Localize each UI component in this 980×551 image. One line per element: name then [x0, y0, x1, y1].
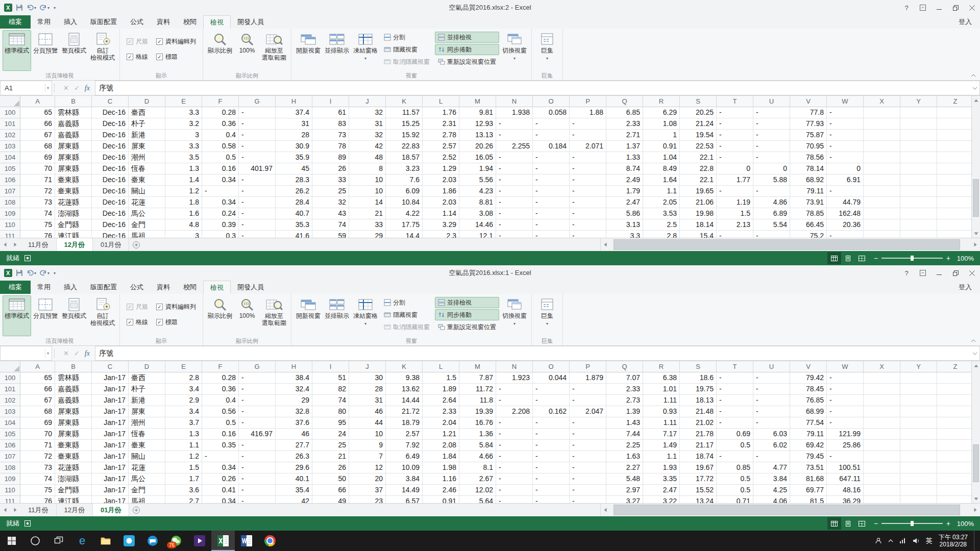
cell-C110[interactable]: Jan-17	[92, 485, 129, 496]
row-header-100[interactable]: 100	[0, 372, 20, 384]
cell-Y102[interactable]	[900, 395, 937, 406]
cell-O103[interactable]: 0.184	[533, 141, 570, 152]
ribbon-tab-home[interactable]: 常用	[31, 15, 57, 29]
undo-button[interactable]: ▾	[27, 270, 36, 276]
cell-K102[interactable]: 15.92	[386, 130, 423, 141]
cell-W102[interactable]: -	[827, 130, 864, 141]
cell-C102[interactable]: Jan-17	[92, 395, 129, 406]
horizontal-scrollbar[interactable]	[600, 238, 980, 251]
row-header-101[interactable]: 101	[0, 118, 20, 130]
cell-T100[interactable]: -	[717, 372, 753, 384]
column-header-N[interactable]: N	[496, 96, 533, 107]
scroll-right-icon[interactable]	[971, 238, 980, 251]
cell-N111[interactable]: -	[496, 496, 533, 503]
cell-E100[interactable]: 2.8	[165, 372, 202, 384]
column-header-H[interactable]: H	[276, 96, 312, 107]
cell-C105[interactable]: Dec-16	[92, 163, 129, 174]
cell-G109[interactable]: -	[239, 208, 276, 219]
page-break-shortcut[interactable]	[855, 252, 869, 264]
column-header-P[interactable]: P	[570, 361, 606, 372]
cell-M109[interactable]: 2.67	[459, 473, 496, 485]
cell-F102[interactable]: 0.4	[202, 395, 239, 406]
column-header-Q[interactable]: Q	[606, 96, 643, 107]
cell-Z110[interactable]	[937, 219, 971, 231]
cell-H110[interactable]: 35.4	[276, 485, 312, 496]
cell-L105[interactable]: 1.21	[423, 429, 459, 440]
cell-A102[interactable]: 67	[20, 130, 55, 141]
cell-K105[interactable]: 2.57	[386, 429, 423, 440]
cell-P103[interactable]: 2.047	[570, 406, 606, 417]
cell-H102[interactable]: 29	[276, 395, 312, 406]
cell-I111[interactable]: 49	[312, 496, 349, 503]
cell-L105[interactable]: 1.29	[423, 163, 459, 174]
cell-R107[interactable]: 1.1	[643, 186, 680, 197]
cell-E104[interactable]: 3.7	[165, 417, 202, 429]
column-header-O[interactable]: O	[533, 96, 570, 107]
cell-A110[interactable]: 75	[20, 219, 55, 231]
sheet-tab-dec[interactable]: 12月份	[57, 504, 93, 516]
taskbar-word-button[interactable]	[235, 531, 258, 551]
cell-M101[interactable]: 12.93	[459, 118, 496, 130]
cell-C106[interactable]: Dec-16	[92, 174, 129, 186]
cell-A100[interactable]: 65	[20, 107, 55, 118]
cell-K103[interactable]: 22.83	[386, 141, 423, 152]
cell-K100[interactable]: 11.57	[386, 107, 423, 118]
cell-Q101[interactable]: 2.33	[606, 118, 643, 130]
cell-I110[interactable]: 66	[312, 485, 349, 496]
cell-N110[interactable]: -	[496, 485, 533, 496]
cell-K106[interactable]: 7.6	[386, 174, 423, 186]
cell-U101[interactable]: -	[753, 384, 790, 395]
cell-S107[interactable]: 19.65	[680, 186, 717, 197]
cell-M103[interactable]: 19.39	[459, 406, 496, 417]
cell-F103[interactable]: 0.56	[202, 406, 239, 417]
cell-P105[interactable]: -	[570, 429, 606, 440]
sheet-tab-nov[interactable]: 11月份	[20, 238, 57, 251]
cell-S108[interactable]: 21.06	[680, 197, 717, 208]
cell-I100[interactable]: 61	[312, 107, 349, 118]
cell-Z104[interactable]	[937, 417, 971, 429]
cell-H100[interactable]: 37.4	[276, 107, 312, 118]
hide-window-button[interactable]: 隱藏視窗	[381, 44, 433, 55]
column-header-I[interactable]: I	[312, 361, 349, 372]
cell-Z106[interactable]	[937, 440, 971, 451]
cell-W105[interactable]: 0	[827, 163, 864, 174]
cell-X107[interactable]	[864, 451, 900, 462]
cell-C110[interactable]: Dec-16	[92, 219, 129, 231]
cell-S104[interactable]: 21.02	[680, 417, 717, 429]
column-header-M[interactable]: M	[459, 361, 496, 372]
cell-P109[interactable]: -	[570, 208, 606, 219]
taskbar-start-button[interactable]	[0, 531, 23, 551]
cell-L104[interactable]: 2.04	[423, 417, 459, 429]
macros-button[interactable]: 巨集▾	[534, 30, 560, 71]
cell-T103[interactable]: -	[717, 406, 753, 417]
cell-Z111[interactable]	[937, 231, 971, 238]
save-button[interactable]	[16, 4, 23, 11]
macros-button[interactable]: 巨集▾	[534, 295, 560, 336]
cell-L103[interactable]: 2.33	[423, 406, 459, 417]
cell-P108[interactable]: -	[570, 462, 606, 473]
cell-S108[interactable]: 19.67	[680, 462, 717, 473]
cell-D110[interactable]: 金門	[129, 485, 165, 496]
column-header-N[interactable]: N	[496, 361, 533, 372]
cell-V106[interactable]: 68.92	[790, 174, 827, 186]
cell-H103[interactable]: 30.9	[276, 141, 312, 152]
taskbar-chrome-button[interactable]	[258, 531, 282, 551]
cell-J107[interactable]: 7	[349, 451, 386, 462]
cell-K108[interactable]: 10.84	[386, 197, 423, 208]
cell-I109[interactable]: 43	[312, 208, 349, 219]
volume-icon[interactable]	[913, 538, 920, 544]
cell-Q109[interactable]: 5.86	[606, 208, 643, 219]
cell-X102[interactable]	[864, 395, 900, 406]
cell-X107[interactable]	[864, 186, 900, 197]
cell-G106[interactable]: -	[239, 174, 276, 186]
ribbon-tab-insert[interactable]: 插入	[57, 281, 84, 294]
cell-E102[interactable]: 3	[165, 130, 202, 141]
cell-N104[interactable]: -	[496, 152, 533, 163]
zoom-slider[interactable]	[881, 258, 943, 259]
reset-window-position-button[interactable]: 重新設定視窗位置	[435, 56, 499, 67]
column-header-L[interactable]: L	[423, 96, 459, 107]
cell-V102[interactable]: 75.87	[790, 130, 827, 141]
cell-W101[interactable]: -	[827, 384, 864, 395]
cell-K101[interactable]: 15.25	[386, 118, 423, 130]
cell-X104[interactable]	[864, 417, 900, 429]
